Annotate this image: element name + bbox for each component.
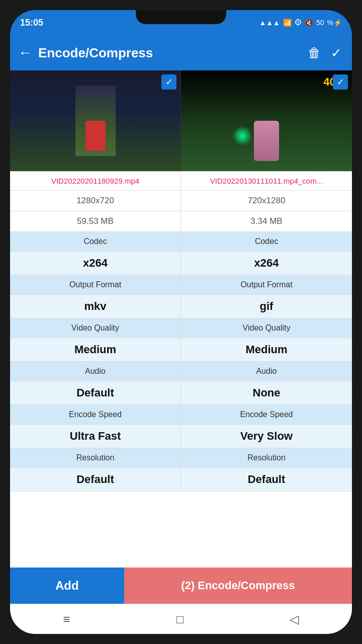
audio-label-row: Audio Audio — [10, 362, 352, 381]
audio-value-left[interactable]: Default — [10, 381, 181, 405]
video-quality-value-row: Medium Medium — [10, 338, 352, 362]
page-title: Encode/Compress — [38, 45, 300, 61]
res-label-row: Resolution Resolution — [10, 448, 352, 468]
child-figure — [254, 121, 279, 161]
audio-label-right: Audio — [181, 362, 352, 381]
encode-speed-label-left: Encode Speed — [10, 405, 181, 425]
delete-button[interactable]: 🗑 — [306, 43, 323, 63]
filename-right: VID20220130111011.mp4_com... — [181, 172, 352, 191]
video-item-right[interactable]: 400 ✓ — [181, 70, 352, 171]
clown-figure — [85, 121, 106, 151]
toolbar: ← Encode/Compress 🗑 ✓ — [10, 35, 352, 70]
add-button[interactable]: Add — [10, 568, 124, 604]
codec-label-right: Codec — [181, 232, 352, 252]
mute-icon: 🔇 — [305, 19, 313, 27]
resolution-right: 362x644 — [181, 191, 352, 211]
codec-value-right[interactable]: x264 — [181, 252, 352, 275]
wifi-icon: 📶 — [283, 19, 292, 27]
video-quality-label-right: Video Quality — [181, 318, 352, 338]
content-area: ✓ 400 ✓ VID20220201180929.mp4 VID2022013… — [10, 70, 352, 568]
output-format-value-left[interactable]: mkv — [10, 295, 181, 318]
res-value-left[interactable]: Default — [10, 468, 181, 492]
audio-label-left: Audio — [10, 362, 181, 381]
back-nav-icon[interactable]: ◁ — [290, 612, 299, 626]
size-left: 59.53 MB — [10, 211, 181, 232]
menu-nav-icon[interactable]: ≡ — [63, 612, 70, 626]
home-nav-icon[interactable]: □ — [176, 612, 184, 626]
battery-icon: %⚡ — [327, 19, 342, 27]
signal-icon: ▲▲▲ — [259, 19, 280, 27]
encode-speed-value-left[interactable]: Ultra Fast — [10, 425, 181, 448]
filename-row: VID20220201180929.mp4 VID20220130111011.… — [10, 172, 352, 191]
video-quality-label-row: Video Quality Video Quality — [10, 318, 352, 338]
output-format-label-left: Output Format — [10, 275, 181, 295]
codec-value-left[interactable]: x264 — [10, 252, 181, 275]
status-bar: 15:05 ▲▲▲ 📶 ⭗ 🔇 50 %⚡ — [10, 10, 352, 35]
encode-speed-label-row: Encode Speed Encode Speed — [10, 405, 352, 425]
size-row: 59.53 MB 3.34 MB — [10, 211, 352, 232]
video-quality-value-left[interactable]: Medium — [10, 338, 181, 362]
res-label-right: Resolution — [181, 448, 352, 468]
spacer — [10, 557, 352, 568]
bluetooth-icon: ⭗ — [295, 19, 302, 27]
encode-speed-value-right[interactable]: Very Slow — [181, 425, 352, 448]
video-thumb-left — [10, 70, 180, 171]
output-format-value-row: mkv gif — [10, 295, 352, 318]
video-grid: ✓ 400 ✓ — [10, 70, 352, 172]
video-quality-value-right[interactable]: Medium — [181, 338, 352, 362]
info-table: VID20220201180929.mp4 VID20220130111011.… — [10, 172, 352, 557]
output-format-label-row: Output Format Output Format — [10, 275, 352, 295]
size-right: 3.34 MB — [181, 211, 352, 232]
res-value-row: Default Default — [10, 468, 352, 492]
audio-value-right[interactable]: None — [181, 381, 352, 405]
glow-circle — [232, 126, 252, 146]
select-all-button[interactable]: ✓ — [329, 43, 344, 63]
resolution-left: 644x362 — [10, 191, 181, 211]
bottom-bar: Add (2) Encode/Compress — [10, 568, 352, 604]
back-button[interactable]: ← — [18, 45, 32, 61]
res-value-right[interactable]: Default — [181, 468, 352, 492]
codec-label-left: Codec — [10, 232, 181, 252]
codec-label-row: Codec Codec — [10, 232, 352, 252]
output-format-value-right[interactable]: gif — [181, 295, 352, 318]
filename-left: VID20220201180929.mp4 — [10, 172, 181, 191]
output-format-label-right: Output Format — [181, 275, 352, 295]
checkbox-left[interactable]: ✓ — [161, 74, 176, 90]
encode-speed-value-row: Ultra Fast Very Slow — [10, 425, 352, 448]
codec-value-row: x264 x264 — [10, 252, 352, 275]
status-time: 15:05 — [20, 18, 43, 28]
video-thumb-right: 400 — [181, 70, 352, 171]
nav-bar: ≡ □ ◁ — [10, 604, 352, 634]
res-label-left: Resolution — [10, 448, 181, 468]
audio-value-row: Default None — [10, 381, 352, 405]
video-item-left[interactable]: ✓ — [10, 70, 181, 171]
status-icons: ▲▲▲ 📶 ⭗ 🔇 50 %⚡ — [259, 19, 342, 27]
checkbox-right[interactable]: ✓ — [333, 74, 348, 90]
encode-speed-label-right: Encode Speed — [181, 405, 352, 425]
battery-value: 50 — [316, 19, 324, 27]
video-quality-label-left: Video Quality — [10, 318, 181, 338]
resolution-row: 644x362 362x644 — [10, 191, 352, 211]
encode-button[interactable]: (2) Encode/Compress — [124, 568, 352, 604]
